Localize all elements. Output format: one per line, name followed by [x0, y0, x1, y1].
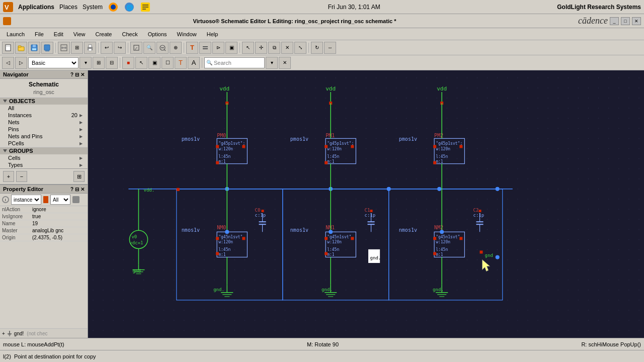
pe-close-icon[interactable]: ✕ [80, 187, 85, 192]
nav-add-button[interactable]: + [3, 171, 14, 182]
pe-help-icon[interactable]: ? [70, 187, 73, 192]
groups-section-header[interactable]: GROUPS [0, 147, 88, 154]
nav-item-types[interactable]: Types ▶ [0, 161, 88, 168]
print-button[interactable] [84, 42, 96, 54]
svg-text:nmos1v: nmos1v [399, 227, 417, 233]
tb2-highlight-button[interactable]: ■ [122, 57, 134, 69]
left-panel: Navigator ? ⊟ ✕ Schematic ring_osc OBJEC… [0, 70, 88, 338]
zoom-in-button[interactable]: 🔍 [143, 42, 155, 54]
svg-text:"g45p1svt";: "g45p1svt"; [218, 141, 245, 146]
select-button[interactable]: ↖ [242, 42, 254, 54]
zoom-fit-button[interactable]: ⤢ [130, 42, 142, 54]
tb2-back-button[interactable]: ◁ [2, 57, 14, 69]
search-close-button[interactable]: ✕ [279, 57, 291, 69]
nav-remove-button[interactable]: − [16, 171, 27, 182]
nav-item-all[interactable]: All [0, 105, 88, 112]
save-all-button[interactable] [41, 42, 53, 54]
objects-section-label: OBJECTS [9, 98, 35, 104]
status-prefix: l(2) [3, 353, 11, 359]
search-input[interactable] [204, 57, 265, 68]
nav-item-nets-and-pins[interactable]: Nets and Pins ▶ [0, 133, 88, 140]
nav-close-icon[interactable]: ✕ [80, 72, 85, 77]
svg-text:m:1: m:1 [436, 252, 443, 257]
pin-button[interactable]: ⊳ [212, 42, 224, 54]
menu-file[interactable]: File [30, 30, 48, 39]
menu-view[interactable]: View [69, 30, 90, 39]
pe-type-select[interactable]: instance [11, 195, 41, 205]
network-icon[interactable]: 🌐 [124, 2, 135, 13]
notes-icon[interactable] [140, 2, 151, 13]
tb2-label-button[interactable]: A [188, 57, 200, 69]
save-button[interactable] [28, 42, 40, 54]
new-button[interactable] [2, 42, 14, 54]
menu-launch[interactable]: Launch [2, 30, 29, 39]
tb2-display-button[interactable]: ⊞ [93, 57, 105, 69]
canvas-area[interactable]: vdd vdd vdd pmos1v PM0 "g45p1svt"; w:120… [88, 70, 644, 338]
menu-options[interactable]: Options [143, 30, 172, 39]
firefox-icon[interactable] [108, 2, 119, 13]
zoom-out-button[interactable] [156, 42, 169, 54]
menu-create[interactable]: Create [91, 30, 116, 39]
objects-section-header[interactable]: OBJECTS [0, 97, 88, 105]
pe-filter-select[interactable]: All [50, 195, 70, 205]
bus-button[interactable] [199, 42, 211, 54]
tb2-fwd-button[interactable]: ▷ [15, 57, 27, 69]
svg-text:c:1p: c:1p [473, 213, 484, 218]
rotate-button[interactable]: ↻ [311, 42, 323, 54]
nav-item-cells[interactable]: Cells ▶ [0, 154, 88, 161]
pe-circle-icon: i [2, 196, 9, 203]
pe-float-icon[interactable]: ⊟ [75, 187, 79, 192]
nav-item-nets[interactable]: Nets ▶ [0, 119, 88, 126]
nav-item-pcells[interactable]: PCells ▶ [0, 140, 88, 147]
delete-button[interactable]: ✕ [281, 42, 293, 54]
svg-text:l:45n: l:45n [327, 247, 339, 252]
places-menu[interactable]: Places [59, 4, 77, 11]
open-button[interactable] [15, 42, 27, 54]
menu-check[interactable]: Check [117, 30, 142, 39]
copy-button[interactable]: ⧉ [268, 42, 280, 54]
nav-item-pins[interactable]: Pins ▶ [0, 126, 88, 133]
menu-edit[interactable]: Edit [49, 30, 68, 39]
nav-expand-button[interactable]: ⊞ [73, 171, 85, 182]
menu-window[interactable]: Window [173, 30, 201, 39]
tb2-deselect-button[interactable]: ☐ [162, 57, 174, 69]
move-button[interactable]: ✢ [255, 42, 267, 54]
maximize-button[interactable]: □ [621, 17, 630, 25]
tb2-cursor-button[interactable]: T [175, 57, 187, 69]
toolbar-separator-6 [308, 43, 309, 53]
tb2-area-button[interactable]: ▣ [148, 57, 160, 69]
svg-text:l:45n: l:45n [218, 247, 230, 252]
system-bar-left: V Applications Places System 🌐 [3, 2, 151, 13]
svg-text:vdd: vdd [219, 85, 229, 92]
tb2-grid-button[interactable]: ⊟ [106, 57, 118, 69]
expand-icon[interactable]: + [2, 331, 5, 336]
nav-item-instances[interactable]: Instances 20 ▶ [0, 112, 88, 119]
menu-help[interactable]: Help [202, 30, 223, 39]
schematic-button[interactable] [58, 42, 70, 54]
svg-rect-115 [479, 210, 481, 212]
hierarchy-button[interactable]: ⊞ [71, 42, 83, 54]
pe-filter-icon[interactable] [72, 196, 79, 203]
nets-arrow: ▶ [79, 120, 83, 125]
redo-button[interactable]: ↪ [114, 42, 126, 54]
display-mode-select[interactable]: Basic [28, 57, 78, 68]
nav-help-icon[interactable]: ? [70, 72, 73, 77]
close-button[interactable]: ✕ [632, 17, 641, 25]
applications-menu[interactable]: Applications [18, 4, 54, 11]
search-options-button[interactable]: ▾ [266, 57, 278, 69]
wire-button[interactable]: T [186, 42, 198, 54]
system-menu[interactable]: System [83, 4, 103, 11]
instance-button[interactable]: ▣ [225, 42, 237, 54]
pan-button[interactable]: ⊕ [170, 42, 182, 54]
minimize-button[interactable]: _ [610, 17, 619, 25]
nav-float-icon[interactable]: ⊟ [75, 72, 79, 77]
svg-rect-16 [32, 48, 36, 50]
toolbar-separator-4 [184, 43, 184, 53]
netsandpins-arrow: ▶ [79, 134, 83, 139]
tb2-menu-button[interactable]: ▾ [79, 57, 92, 69]
system-bar: V Applications Places System 🌐 Fri Jun 3… [0, 0, 644, 14]
stretch-button[interactable]: ⤡ [294, 42, 306, 54]
undo-button[interactable]: ↩ [101, 42, 113, 54]
flip-button[interactable]: ↔ [324, 42, 336, 54]
tb2-select2-button[interactable]: ↖ [135, 57, 147, 69]
